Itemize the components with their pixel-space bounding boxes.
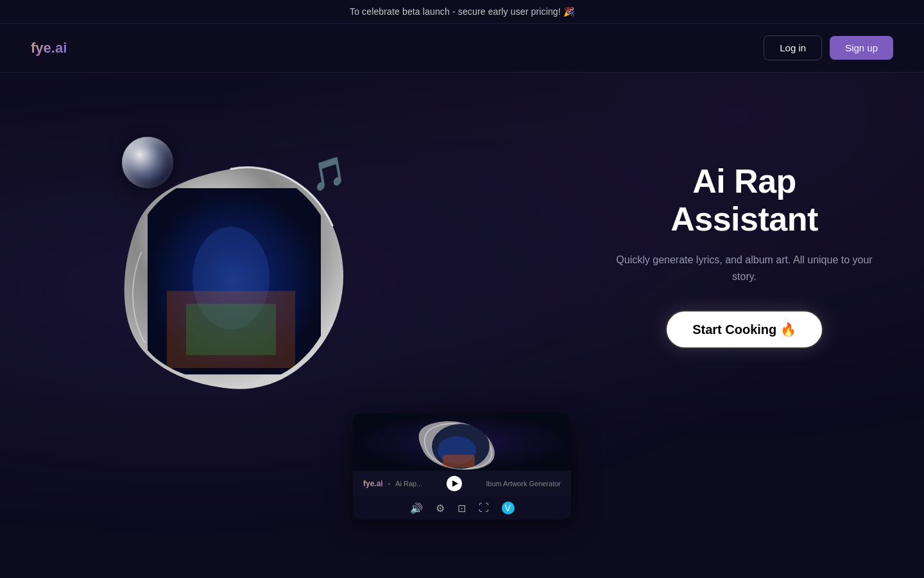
play-triangle-icon: [452, 480, 458, 487]
announcement-bar: To celebrate beta launch - secure early …: [0, 0, 924, 24]
blob-illustration: 🎵: [77, 118, 398, 394]
hero-section: 🎵: [0, 73, 924, 426]
vimeo-icon[interactable]: V: [502, 502, 515, 514]
video-description: lbum Artwork Generator: [486, 480, 561, 487]
signup-button[interactable]: Sign up: [830, 36, 893, 60]
video-preview: [353, 413, 571, 471]
play-button[interactable]: [447, 476, 462, 491]
svg-rect-8: [443, 455, 475, 468]
hero-subtitle: Quickly generate lyrics, and album art. …: [616, 252, 873, 285]
video-preview-bg: [353, 413, 571, 471]
video-controls: 🔊 ⚙ ⊡ ⛶ V: [353, 496, 571, 520]
settings-icon[interactable]: ⚙: [436, 502, 445, 514]
svg-rect-3: [186, 304, 276, 355]
fullscreen-icon[interactable]: ⛶: [479, 502, 489, 514]
logo: fye.ai: [31, 40, 67, 57]
hero-title: Ai Rap Assistant: [616, 162, 873, 240]
start-cooking-button[interactable]: Start Cooking 🔥: [665, 310, 823, 349]
metallic-blob-svg: [103, 150, 359, 394]
video-logo: fye.ai: [363, 479, 383, 488]
video-section: fye.ai • Ai Rap... lbum Artwork Generato…: [0, 413, 924, 532]
video-dot: •: [388, 480, 391, 487]
video-bar-left: fye.ai • Ai Rap...: [363, 479, 422, 488]
captions-icon[interactable]: ⊡: [458, 502, 466, 514]
video-channel: Ai Rap...: [395, 480, 422, 487]
announcement-text: To celebrate beta launch - secure early …: [350, 6, 574, 17]
video-player: fye.ai • Ai Rap... lbum Artwork Generato…: [353, 413, 571, 520]
hero-content: Ai Rap Assistant Quickly generate lyrics…: [616, 162, 873, 349]
volume-icon[interactable]: 🔊: [410, 502, 423, 514]
login-button[interactable]: Log in: [764, 35, 822, 60]
header: fye.ai Log in Sign up: [0, 24, 924, 73]
video-info-bar: fye.ai • Ai Rap... lbum Artwork Generato…: [353, 471, 571, 496]
header-actions: Log in Sign up: [764, 35, 893, 60]
